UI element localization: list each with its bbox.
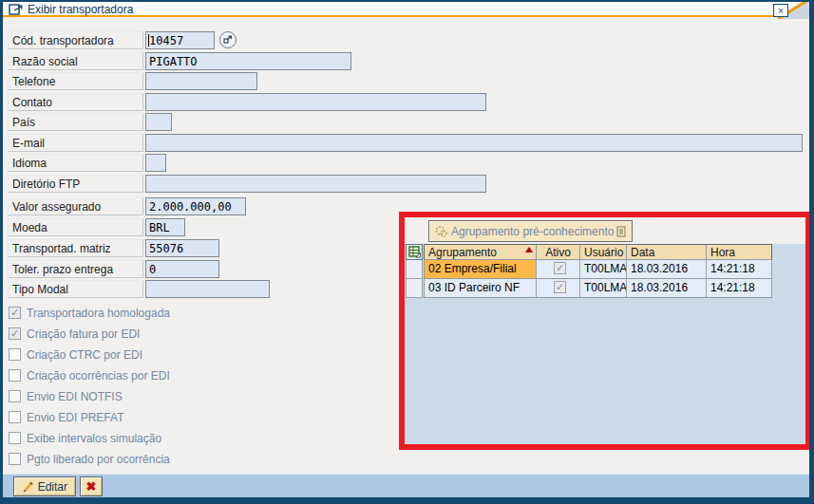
checkbox-pgto-liberado-ocorrencia[interactable]: Pgto liberado por ocorrência (9, 452, 170, 466)
checkbox-icon (9, 411, 21, 423)
footer-bar: Editar ✖ (3, 474, 809, 497)
column-header-label: Agrupamento (428, 246, 497, 259)
text-cursor (148, 34, 149, 47)
checkbox-icon (9, 369, 21, 382)
checkbox-icon: ✓ (9, 327, 21, 340)
checkbox-label: Criação ocorrências por EDI (27, 369, 170, 383)
column-header-usuario[interactable]: Usuário (580, 245, 627, 259)
diretorio-ftp-input[interactable] (145, 175, 486, 193)
close-button[interactable]: × (773, 4, 788, 17)
telefone-input[interactable] (145, 72, 257, 90)
checkbox-criacao-ocorrencias-edi[interactable]: Criação ocorrências por EDI (9, 368, 170, 383)
checkbox-icon (9, 453, 21, 465)
idioma-label: Idioma (8, 154, 143, 172)
cancel-button[interactable]: ✖ (80, 476, 103, 496)
gears-icon (435, 225, 448, 238)
cod-transportadora-input[interactable] (145, 31, 215, 49)
checkbox-label: Criação fatura por EDI (27, 327, 140, 341)
toler-prazo-entrega-input[interactable] (145, 260, 219, 278)
checkbox-label: Envio EDI NOTFIS (27, 390, 123, 403)
checkbox-icon (9, 390, 21, 402)
checkbox-label: Envio EDI PREFAT (27, 411, 123, 424)
table-header-row: Agrupamento Ativo Usuário Data Hora (424, 244, 772, 260)
table-settings-icon (408, 246, 421, 258)
cell-usuario[interactable]: T00LMA (580, 279, 627, 297)
dialog-exibir-transportadora: Exibir transportadora × Cód. transportad… (0, 0, 814, 504)
table-row[interactable]: 03 ID Parceiro NF ✓ T00LMA 18.03.2016 14… (424, 279, 772, 298)
cell-agrupamento[interactable]: 02 Empresa/Filial (425, 260, 537, 278)
row-selector[interactable] (406, 279, 423, 298)
pencil-icon (22, 480, 34, 493)
agrupamento-button-label: Agrupamento pré-conhecimento (451, 225, 614, 238)
cell-hora[interactable]: 14:21:18 (707, 260, 771, 278)
checkbox-label: Criação CTRC por EDI (27, 348, 142, 362)
checkbox-envio-edi-prefat[interactable]: Envio EDI PREFAT (9, 410, 123, 424)
cod-transportadora-label: Cód. transportadora (8, 31, 143, 49)
sort-ascending-icon (525, 247, 533, 252)
valor-assegurado-label: Valor assegurado (8, 197, 143, 215)
table-row[interactable]: 02 Empresa/Filial ✓ T00LMA 18.03.2016 14… (424, 260, 772, 279)
transportad-matriz-input[interactable] (145, 239, 219, 257)
cell-ativo: ✓ (537, 260, 580, 278)
email-label: E-mail (8, 134, 143, 152)
checkbox-icon[interactable]: ✓ (554, 281, 566, 293)
tipo-modal-input[interactable] (145, 280, 270, 298)
pais-label: País (8, 113, 143, 131)
cell-ativo: ✓ (537, 279, 580, 297)
checkbox-criacao-ctrc-edi[interactable]: Criação CTRC por EDI (9, 347, 142, 362)
checkbox-envio-edi-notfis[interactable]: Envio EDI NOTFIS (9, 389, 123, 403)
dialog-title: Exibir transportadora (28, 3, 133, 16)
checkbox-label: Transportadora homologada (27, 307, 170, 320)
close-icon: × (778, 6, 784, 16)
checkbox-icon (9, 432, 21, 444)
checkbox-exibe-intervalos-simulacao[interactable]: Exibe intervalos simulação (9, 431, 161, 445)
row-selector[interactable] (406, 260, 423, 279)
telefone-label: Telefone (8, 72, 143, 90)
valor-assegurado-input[interactable] (145, 197, 246, 215)
annotation-red-box: Agrupamento pré-conhecimento (399, 212, 811, 450)
cell-data[interactable]: 18.03.2016 (627, 279, 707, 297)
agrupamento-pre-conhecimento-button[interactable]: Agrupamento pré-conhecimento (428, 220, 633, 242)
column-header-agrupamento[interactable]: Agrupamento (425, 245, 537, 259)
diretorio-ftp-label: Diretório FTP (8, 175, 143, 193)
moeda-input[interactable] (145, 218, 185, 236)
column-header-label: Ativo (545, 246, 571, 259)
pais-input[interactable] (145, 113, 172, 131)
column-header-ativo[interactable]: Ativo (537, 245, 580, 259)
checkbox-icon[interactable]: ✓ (554, 262, 566, 274)
checkbox-criacao-fatura-edi[interactable]: ✓ Criação fatura por EDI (9, 327, 140, 341)
razao-social-label: Razão social (8, 52, 143, 70)
contato-label: Contato (8, 93, 143, 111)
column-header-label: Data (631, 246, 654, 259)
matchcode-button[interactable] (219, 31, 237, 48)
idioma-input[interactable] (145, 154, 166, 172)
table-settings-button[interactable] (406, 244, 423, 260)
cell-agrupamento[interactable]: 03 ID Parceiro NF (425, 279, 537, 297)
column-header-hora[interactable]: Hora (707, 245, 771, 259)
checkbox-icon (9, 348, 21, 361)
cell-hora[interactable]: 14:21:18 (707, 279, 771, 297)
email-input[interactable] (145, 134, 803, 152)
toler-prazo-entrega-label: Toler. prazo entrega (8, 260, 143, 278)
moeda-label: Moeda (8, 218, 143, 236)
contato-input[interactable] (145, 93, 486, 111)
column-header-data[interactable]: Data (627, 245, 707, 259)
dialog-window-icon (9, 3, 24, 16)
document-icon (616, 226, 626, 237)
checkbox-icon: ✓ (9, 307, 21, 319)
editar-button[interactable]: Editar (13, 476, 76, 496)
editar-button-label: Editar (38, 480, 67, 494)
transportad-matriz-label: Transportad. matriz (8, 239, 143, 257)
cell-usuario[interactable]: T00LMA (580, 260, 627, 278)
cancel-x-icon: ✖ (86, 479, 97, 494)
razao-social-input[interactable] (145, 52, 351, 70)
checkbox-label: Exibe intervalos simulação (27, 432, 161, 445)
checkbox-transportadora-homologada[interactable]: ✓ Transportadora homologada (9, 306, 170, 320)
title-bar: Exibir transportadora × (3, 2, 809, 17)
cell-data[interactable]: 18.03.2016 (627, 260, 707, 278)
column-header-label: Hora (710, 246, 735, 259)
column-header-label: Usuário (584, 246, 623, 259)
tipo-modal-label: Tipo Modal (8, 280, 143, 298)
checkbox-label: Pgto liberado por ocorrência (27, 453, 170, 466)
